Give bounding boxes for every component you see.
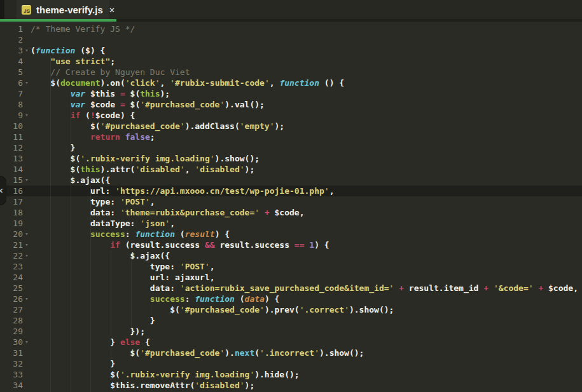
line-number[interactable]: 5 [0, 67, 23, 78]
fold-gutter [23, 261, 31, 272]
token-st: POST [185, 262, 205, 271]
fold-marker-icon[interactable]: ▾ [23, 110, 31, 121]
code-editor[interactable]: 1/* Theme Verify JS */23▾(function ($) {… [0, 22, 582, 392]
line-number[interactable]: 12 [0, 142, 23, 153]
token-pl: } [31, 359, 115, 368]
line-number[interactable]: 26 [0, 294, 23, 304]
fold-marker-icon[interactable]: ▾ [23, 294, 31, 304]
line-number[interactable]: 2 [0, 34, 23, 45]
sidebar-collapse-handle[interactable]: ‹ [0, 176, 6, 205]
token-st: #purchased_code [105, 121, 179, 131]
line-number[interactable]: 32 [0, 358, 23, 369]
line-number[interactable]: 6 [0, 78, 23, 88]
code-line-31[interactable]: 31 $('#purchased_code').next('.incorrect… [0, 348, 582, 358]
code-line-30[interactable]: 30▾ } else { [0, 337, 582, 348]
line-number[interactable]: 13 [0, 153, 23, 164]
line-number[interactable]: 29 [0, 326, 23, 337]
line-number[interactable]: 33 [0, 369, 23, 380]
token-q: ' [314, 348, 319, 358]
line-number[interactable]: 11 [0, 132, 23, 142]
code-line-13[interactable]: 13 $('.rubix-verify img.loading').show()… [0, 153, 582, 164]
code-line-22[interactable]: 22▾ $.ajax({ [0, 250, 582, 261]
code-line-7[interactable]: 7 var $this = $(this); [0, 88, 582, 99]
fold-gutter [23, 67, 31, 78]
line-number[interactable]: 7 [0, 88, 23, 99]
code-line-27[interactable]: 27 $('#purchased_code').prev('.correct')… [0, 304, 582, 315]
line-number[interactable]: 34 [0, 380, 23, 391]
token-pl: : [185, 294, 195, 304]
line-number[interactable]: 27 [0, 304, 23, 315]
close-icon[interactable]: ✕ [109, 5, 114, 14]
code-line-17[interactable]: 17 type: 'POST', [0, 196, 582, 207]
code-line-6[interactable]: 6▾ $(document).on('click', '#rubix-submi… [0, 78, 582, 88]
fold-marker-icon[interactable]: ▾ [23, 240, 31, 250]
code-line-9[interactable]: 9▾ if (!$code) { [0, 110, 582, 121]
code-line-19[interactable]: 19 dataType: 'json', [0, 218, 582, 229]
code-line-23[interactable]: 23 type: 'POST', [0, 261, 582, 272]
line-number[interactable]: 22 [0, 250, 23, 261]
code-line-14[interactable]: 14 $(this).attr('disabled', 'disabled'); [0, 164, 582, 175]
fold-gutter [23, 196, 31, 207]
fold-marker-icon[interactable]: ▾ [23, 78, 31, 88]
code-line-18[interactable]: 18 data: 'theme=rubix&purchase_code=' + … [0, 207, 582, 218]
line-number[interactable]: 10 [0, 121, 23, 132]
line-number[interactable]: 19 [0, 218, 23, 229]
code-line-4[interactable]: 4 "use strict"; [0, 56, 582, 67]
token-cyn: next [235, 348, 254, 358]
line-number[interactable]: 4 [0, 56, 23, 67]
code-line-2[interactable]: 2 [0, 34, 582, 45]
line-number[interactable]: 14 [0, 164, 23, 175]
token-pl: ( [31, 46, 36, 55]
code-line-8[interactable]: 8 var $code = $('#purchased_code').val()… [0, 99, 582, 110]
code-line-32[interactable]: 32 } [0, 358, 582, 369]
code-line-24[interactable]: 24 url: ajaxurl, [0, 272, 582, 283]
line-number[interactable]: 25 [0, 283, 23, 294]
token-q: ' [155, 78, 160, 88]
line-number[interactable]: 3 [0, 45, 23, 56]
code-line-16[interactable]: 16 url: 'https://api.mxooo.cn/test/wp-po… [0, 186, 582, 196]
code-line-1[interactable]: 1/* Theme Verify JS */ [0, 24, 582, 34]
line-number[interactable]: 8 [0, 99, 23, 110]
line-number[interactable]: 21 [0, 240, 23, 250]
code-line-11[interactable]: 11 return false; [0, 132, 582, 142]
fold-marker-icon[interactable]: ▾ [23, 337, 31, 348]
code-line-28[interactable]: 28 } [0, 315, 582, 326]
fold-gutter [23, 24, 31, 34]
code-line-5[interactable]: 5 // Create by Nguyen Duc Viet [0, 67, 582, 78]
fold-marker-icon[interactable]: ▾ [23, 45, 31, 56]
fold-gutter [23, 56, 31, 67]
line-number[interactable]: 20 [0, 229, 23, 240]
code-line-10[interactable]: 10 $('#purchased_code').addClass('empty'… [0, 121, 582, 132]
token-q: ' [80, 154, 85, 163]
code-line-12[interactable]: 12 } [0, 142, 582, 153]
token-pl: , [210, 262, 215, 271]
token-kw: if [71, 111, 81, 120]
code-line-25[interactable]: 25 data: 'action=rubix_save_purchased_co… [0, 283, 582, 294]
line-number[interactable]: 18 [0, 207, 23, 218]
fold-gutter [23, 186, 31, 196]
fold-marker-icon[interactable]: ▾ [23, 250, 31, 261]
code-line-3[interactable]: 3▾(function ($) { [0, 45, 582, 56]
token-st: empty [245, 121, 270, 131]
code-line-15[interactable]: 15▾ $.ajax({ [0, 175, 582, 186]
line-number[interactable]: 28 [0, 315, 23, 326]
fold-gutter [23, 153, 31, 164]
line-number[interactable]: 24 [0, 272, 23, 283]
fold-marker-icon[interactable]: ▾ [23, 175, 31, 186]
code-text: $('.rubix-verify img.loading').show(); [31, 153, 260, 164]
code-line-20[interactable]: 20▾ success: function (result) { [0, 229, 582, 240]
line-number[interactable]: 31 [0, 348, 23, 358]
fold-marker-icon[interactable]: ▾ [23, 229, 31, 240]
code-line-33[interactable]: 33 $('.rubix-verify img.loading').hide()… [0, 369, 582, 380]
code-text: (function ($) { [31, 45, 105, 56]
code-line-29[interactable]: 29 }); [0, 326, 582, 337]
line-number[interactable]: 23 [0, 261, 23, 272]
line-number[interactable]: 9 [0, 110, 23, 121]
token-pl: url: ajaxurl, [31, 273, 215, 282]
tab-theme-verify[interactable]: JS theme-verify.js ✕ [17, 0, 109, 19]
line-number[interactable]: 30 [0, 337, 23, 348]
line-number[interactable]: 1 [0, 24, 23, 34]
code-line-21[interactable]: 21▾ if (result.success && result.success… [0, 240, 582, 250]
code-line-26[interactable]: 26▾ success: function (data) { [0, 294, 582, 304]
code-line-34[interactable]: 34 $this.removeAttr('disabled'); [0, 380, 582, 391]
